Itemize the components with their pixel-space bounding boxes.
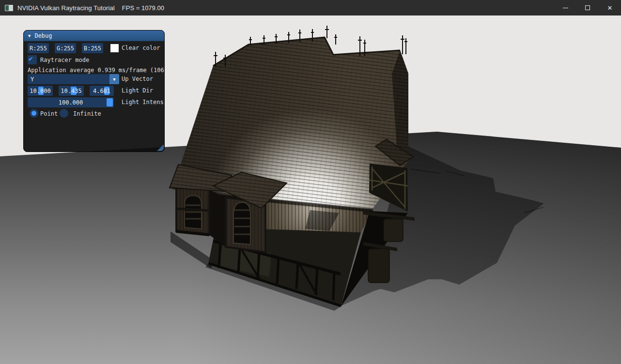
infinite-radio-label: Infinite <box>73 109 101 119</box>
raytracer-checkbox[interactable]: ✔ <box>28 55 37 64</box>
panel-resize-grip[interactable] <box>157 144 164 151</box>
clear-color-label: Clear color <box>122 43 160 53</box>
minimize-icon <box>563 8 568 8</box>
debug-panel-titlebar[interactable]: ▼ Debug <box>24 30 164 41</box>
app-icon <box>5 5 13 11</box>
maximize-button[interactable] <box>576 0 599 15</box>
window-controls: ✕ <box>554 0 621 15</box>
up-vector-label: Up Vector <box>122 74 153 84</box>
up-vector-value: Y <box>31 76 34 83</box>
radio-dot <box>31 111 36 116</box>
light-intensity-label: Light Intensity <box>122 97 165 107</box>
titlebar: NVIDIA Vulkan Raytracing Tutorial FPS = … <box>0 0 621 15</box>
fps-counter: FPS = 1079.00 <box>122 4 164 12</box>
b-color-button[interactable]: B:255 <box>82 43 103 53</box>
light-dir-z-value: 4.681 <box>93 88 110 94</box>
up-vector-combo[interactable]: Y ▼ <box>28 74 119 84</box>
light-dir-z-drag[interactable]: 4.681 <box>90 86 114 96</box>
dormer-left <box>170 165 232 247</box>
collapse-arrow-icon[interactable]: ▼ <box>28 33 31 38</box>
light-intensity-value: 100.000 <box>59 99 83 106</box>
perf-text: Application average 0.939 ms/frame (1064 <box>28 67 165 74</box>
infinite-radio[interactable] <box>60 109 68 118</box>
slider-grab[interactable] <box>107 98 113 106</box>
chevron-down-icon: ▼ <box>113 77 115 82</box>
light-intensity-slider[interactable]: 100.000 <box>28 97 114 107</box>
minimize-button[interactable] <box>554 0 576 15</box>
r-color-button[interactable]: R:255 <box>28 43 49 53</box>
light-dir-y-value: 10.435 <box>61 88 81 94</box>
light-dir-y-drag[interactable]: 10.435 <box>59 86 84 96</box>
close-button[interactable]: ✕ <box>599 0 621 15</box>
debug-panel-title: Debug <box>34 32 52 39</box>
clear-color-swatch[interactable] <box>110 44 119 52</box>
checkmark-icon: ✔ <box>29 54 33 63</box>
maximize-icon <box>585 5 590 10</box>
raytracer-label: Raytracer mode <box>40 55 89 65</box>
debug-panel[interactable]: ▼ Debug R:255 G:255 B:255 Clear color ✔ … <box>23 30 165 152</box>
close-icon: ✕ <box>607 5 613 11</box>
g-color-button[interactable]: G:255 <box>55 43 76 53</box>
point-radio[interactable] <box>30 109 38 118</box>
light-dir-label: Light Dir <box>122 86 153 96</box>
point-radio-label: Point <box>40 109 58 119</box>
light-dir-x-value: 10.000 <box>30 88 50 94</box>
light-dir-x-drag[interactable]: 10.000 <box>28 86 53 96</box>
combo-arrow-button[interactable]: ▼ <box>109 74 119 84</box>
window-title: NVIDIA Vulkan Raytracing Tutorial <box>17 4 115 12</box>
